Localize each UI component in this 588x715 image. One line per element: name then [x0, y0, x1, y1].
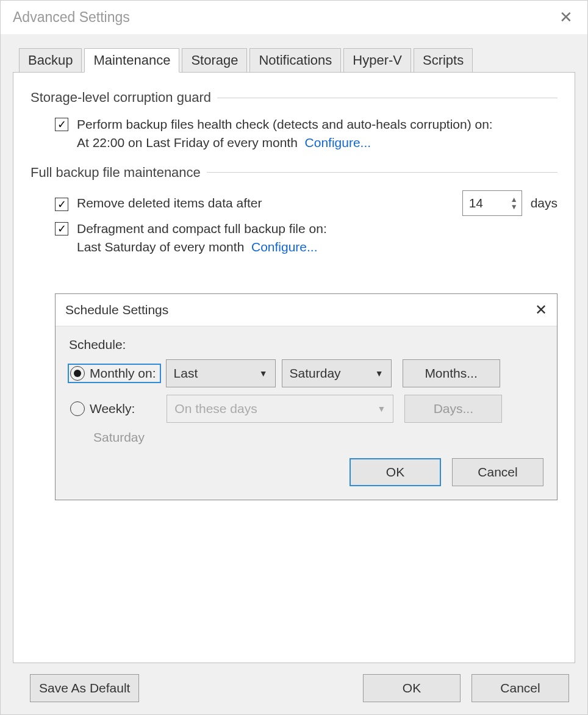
weekly-days-select: On these days ▼: [167, 395, 393, 423]
tab-scripts[interactable]: Scripts: [414, 48, 473, 73]
tab-maintenance[interactable]: Maintenance: [84, 48, 179, 73]
chevron-down-icon: ▼: [377, 404, 385, 414]
schedule-ok-button[interactable]: OK: [350, 458, 441, 486]
tab-backup[interactable]: Backup: [19, 48, 82, 73]
remove-deleted-checkbox[interactable]: [55, 198, 68, 211]
remove-days-spinner[interactable]: 14 ▲▼: [462, 190, 522, 216]
healthcheck-configure-link[interactable]: Configure...: [305, 135, 371, 149]
days-button: Days...: [404, 395, 502, 423]
days-unit-label: days: [531, 194, 558, 212]
chevron-down-icon: ▼: [375, 368, 384, 378]
defrag-checkbox[interactable]: [55, 222, 68, 235]
monthly-day-select[interactable]: Saturday ▼: [282, 359, 392, 387]
defrag-configure-link[interactable]: Configure...: [251, 240, 318, 254]
weekly-summary: Saturday: [93, 430, 543, 445]
monthly-radio[interactable]: [70, 366, 85, 381]
group-full-backup: Full backup file maintenance: [30, 165, 558, 181]
remove-days-value: 14: [463, 194, 489, 212]
tab-bar: Backup Maintenance Storage Notifications…: [19, 48, 575, 72]
weekly-radio[interactable]: [70, 401, 85, 416]
save-as-default-button[interactable]: Save As Default: [30, 674, 139, 702]
cancel-button[interactable]: Cancel: [471, 674, 569, 702]
weekly-label: Weekly:: [90, 401, 135, 416]
monthly-occurrence-select[interactable]: Last ▼: [166, 359, 276, 387]
monthly-day-value: Saturday: [290, 366, 341, 381]
schedule-settings-dialog: Schedule Settings ✕ Schedule: Monthly on…: [55, 293, 558, 500]
defrag-text: Defragment and compact full backup file …: [77, 220, 327, 257]
ok-button[interactable]: OK: [363, 674, 461, 702]
group-full-backup-label: Full backup file maintenance: [30, 165, 201, 181]
schedule-label: Schedule:: [69, 337, 543, 352]
healthcheck-text: Perform backup files health check (detec…: [77, 115, 493, 153]
monthly-label: Monthly on:: [90, 366, 156, 381]
defrag-schedule: Last Saturday of every month: [77, 240, 244, 254]
spinner-arrows-icon[interactable]: ▲▼: [511, 196, 522, 210]
tab-storage[interactable]: Storage: [182, 48, 247, 73]
tab-pane-maintenance: Storage-level corruption guard Perform b…: [13, 72, 575, 663]
monthly-occurrence-value: Last: [174, 366, 198, 381]
months-button[interactable]: Months...: [403, 359, 500, 387]
defrag-label: Defragment and compact full backup file …: [77, 221, 327, 235]
remove-deleted-label: Remove deleted items data after: [77, 194, 262, 212]
chevron-down-icon: ▼: [259, 368, 268, 378]
schedule-dialog-close-icon[interactable]: ✕: [535, 301, 547, 318]
weekly-placeholder: On these days: [174, 401, 257, 416]
healthcheck-label: Perform backup files health check (detec…: [77, 117, 493, 131]
group-corruption-guard: Storage-level corruption guard: [30, 90, 558, 106]
healthcheck-schedule: At 22:00 on Last Friday of every month: [77, 135, 298, 149]
window-title: Advanced Settings: [13, 9, 130, 26]
close-icon[interactable]: ✕: [554, 7, 578, 28]
healthcheck-checkbox[interactable]: [55, 118, 68, 131]
tab-hyperv[interactable]: Hyper-V: [343, 48, 411, 73]
group-corruption-guard-label: Storage-level corruption guard: [30, 90, 211, 106]
tab-notifications[interactable]: Notifications: [249, 48, 341, 73]
schedule-cancel-button[interactable]: Cancel: [452, 458, 543, 486]
schedule-dialog-title: Schedule Settings: [65, 303, 168, 317]
